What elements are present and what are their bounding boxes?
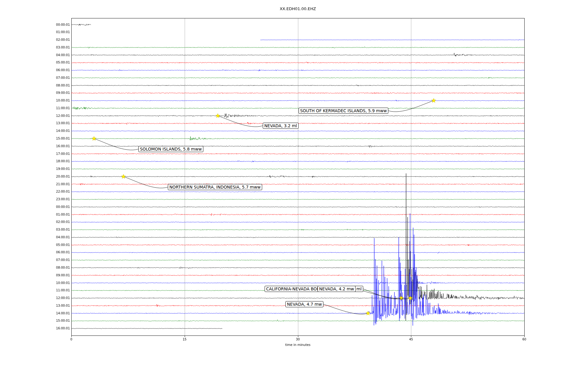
- event-star-marker: [366, 311, 370, 315]
- event-star-marker: [92, 136, 96, 141]
- helicorder-figure: XX.EDH01.00.EHZ 00:00:0101:00:0102:00:01…: [0, 0, 588, 368]
- annotation-leader-line: [218, 116, 263, 127]
- annotation-leader-line: [123, 177, 168, 188]
- event-star-marker: [408, 296, 413, 300]
- event-star-marker: [399, 296, 403, 300]
- annotation-leader-line: [388, 101, 434, 112]
- annotation-leader-line: [94, 139, 138, 150]
- event-star-marker: [216, 113, 220, 118]
- plot-title: XX.EDH01.00.EHZ: [71, 6, 524, 11]
- annotation-leader-line: [323, 304, 368, 314]
- event-star-marker: [121, 174, 126, 178]
- annotation-overlay: [0, 0, 588, 368]
- event-star-marker: [432, 98, 436, 103]
- x-axis-label: time in minutes: [71, 343, 524, 347]
- annotation-leader-line: [363, 289, 401, 299]
